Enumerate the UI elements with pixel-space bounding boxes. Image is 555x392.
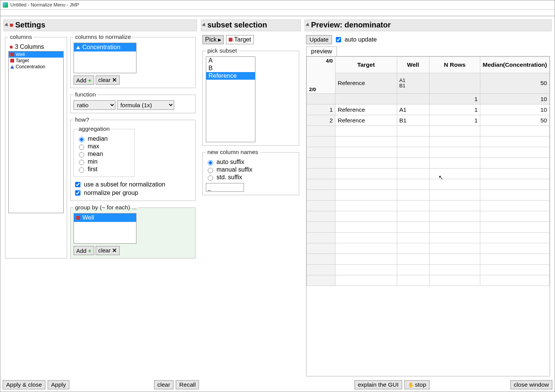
how-group: how? aggregation median max mean min fir…: [70, 116, 196, 201]
close-window-button[interactable]: close window: [510, 380, 552, 389]
settings-title: Settings: [15, 21, 45, 29]
normalize-add-button[interactable]: Add +: [74, 76, 94, 85]
summary-row: Reference A1 B1 50: [307, 73, 550, 93]
redtick-icon: [10, 24, 13, 27]
clear-button[interactable]: clear: [154, 380, 174, 389]
column-item-target[interactable]: Target: [9, 58, 63, 64]
preview-title: Preview: denominator: [311, 21, 391, 29]
preview-table: 4/0 2/0 Target Well N Rows Median(Concen…: [306, 56, 550, 286]
agg-median[interactable]: median: [77, 135, 131, 142]
apply-button[interactable]: Apply: [48, 380, 69, 389]
agg-mean[interactable]: mean: [77, 151, 131, 157]
bottom-bar: Apply & close Apply clear Recall explain…: [0, 378, 555, 392]
preview-panel: Preview: denominator Update auto update …: [305, 19, 552, 378]
recall-button[interactable]: Recall: [176, 380, 199, 389]
summary-row: 1 10: [307, 94, 550, 104]
bar-icon: [10, 59, 14, 63]
use-subset-check[interactable]: use a subset for normalization: [74, 181, 192, 188]
chevron-right-icon: ▶: [218, 37, 221, 42]
pick-subset-label: pick subset: [206, 47, 239, 54]
settings-header[interactable]: Settings: [3, 19, 197, 31]
normalize-group-label: columns to normalize: [74, 34, 132, 40]
auto-update-check[interactable]: auto update: [334, 36, 377, 43]
col-target[interactable]: Target: [335, 57, 397, 73]
columns-group: columns 3 Columns Well Target: [5, 34, 67, 259]
subset-panel: subset selection Pick ▶ Target pick subs…: [201, 19, 301, 378]
aggregation-group-label: aggregation: [77, 125, 111, 132]
subset-item[interactable]: B: [206, 64, 255, 72]
agg-first[interactable]: first: [77, 166, 131, 173]
columns-count[interactable]: 3 Columns: [8, 43, 64, 51]
menu-bar: [0, 10, 555, 16]
bar-icon: [76, 216, 80, 220]
bar-icon: [229, 38, 233, 42]
content-area: Settings columns 3 Columns Well: [0, 16, 555, 378]
stop-icon: [408, 381, 415, 388]
suffix-auto[interactable]: auto suffix: [206, 159, 296, 165]
function-mode-select[interactable]: ratio: [74, 100, 115, 110]
table-row: [307, 147, 550, 158]
column-item-concentration[interactable]: Concentration: [9, 64, 63, 70]
how-group-label: how?: [74, 116, 91, 123]
suffix-input[interactable]: [206, 183, 244, 192]
groupby-add-button[interactable]: Add +: [74, 246, 94, 255]
table-row: [307, 169, 550, 179]
function-group: function ratio formula (1x): [70, 91, 196, 113]
table-row: [307, 190, 550, 201]
app-icon: [3, 2, 8, 8]
subset-item[interactable]: Reference: [206, 72, 255, 80]
subset-item[interactable]: A: [206, 57, 255, 64]
table-row: [307, 126, 550, 137]
table-row: [307, 211, 550, 222]
groupby-item[interactable]: Well: [74, 214, 136, 222]
update-button[interactable]: Update: [306, 35, 332, 44]
disclosure-icon: [5, 22, 10, 27]
normalize-list[interactable]: Concentration: [74, 43, 136, 73]
function-group-label: function: [74, 91, 97, 98]
table-row[interactable]: 1 Reference A1 1 10: [307, 104, 550, 115]
plus-icon: +: [88, 247, 91, 254]
normalize-clear-button[interactable]: clear ✕: [96, 76, 120, 85]
column-item-well[interactable]: Well: [9, 51, 63, 58]
normalize-item[interactable]: Concentration: [74, 43, 136, 51]
agg-min[interactable]: min: [77, 158, 131, 165]
bar-icon: [10, 53, 14, 56]
suffix-manual[interactable]: manual suffix: [206, 166, 296, 173]
subset-list[interactable]: A B Reference: [206, 56, 255, 142]
preview-table-wrap: 4/0 2/0 Target Well N Rows Median(Concen…: [306, 56, 550, 376]
columns-list[interactable]: Well Target Concentration: [8, 51, 64, 213]
redtick-icon: [10, 46, 13, 48]
newcols-label: new column names: [206, 149, 260, 156]
normalize-group: columns to normalize Concentration Add +: [70, 34, 196, 88]
agg-max[interactable]: max: [77, 143, 131, 150]
groupby-clear-button[interactable]: clear ✕: [96, 246, 120, 255]
subset-header[interactable]: subset selection: [201, 19, 301, 31]
triangle-icon: [76, 46, 80, 49]
table-row: [307, 265, 550, 275]
stop-button[interactable]: stop: [404, 380, 430, 389]
per-group-check[interactable]: normalize per group: [74, 189, 192, 197]
col-well[interactable]: Well: [397, 57, 429, 73]
function-formula-select[interactable]: formula (1x): [117, 100, 174, 110]
subset-title: subset selection: [207, 21, 267, 29]
preview-tab[interactable]: preview: [306, 47, 337, 56]
col-nrows[interactable]: N Rows: [429, 57, 480, 73]
plus-icon: +: [88, 77, 91, 84]
newcols-group: new column names auto suffix manual suff…: [202, 149, 299, 195]
x-icon: ✕: [112, 77, 117, 83]
groupby-group-label: group by (~ for each) ...: [74, 204, 138, 211]
table-row: [307, 233, 550, 243]
table-row[interactable]: 2 Reference B1 1 50: [307, 115, 550, 126]
preview-header[interactable]: Preview: denominator: [305, 19, 552, 31]
pick-column-chip[interactable]: Target: [226, 35, 253, 44]
apply-close-button[interactable]: Apply & close: [3, 380, 45, 389]
pick-subset-group: pick subset A B Reference: [202, 47, 299, 146]
table-corner[interactable]: 4/0 2/0: [307, 57, 335, 94]
pick-button[interactable]: Pick ▶: [202, 35, 224, 44]
suffix-std[interactable]: std. suffix: [206, 174, 296, 181]
table-row: [307, 243, 550, 254]
x-icon: ✕: [112, 247, 117, 254]
explain-button[interactable]: explain the GUI: [354, 380, 402, 389]
col-median[interactable]: Median(Concentration): [480, 57, 550, 73]
groupby-list[interactable]: Well: [74, 213, 136, 244]
